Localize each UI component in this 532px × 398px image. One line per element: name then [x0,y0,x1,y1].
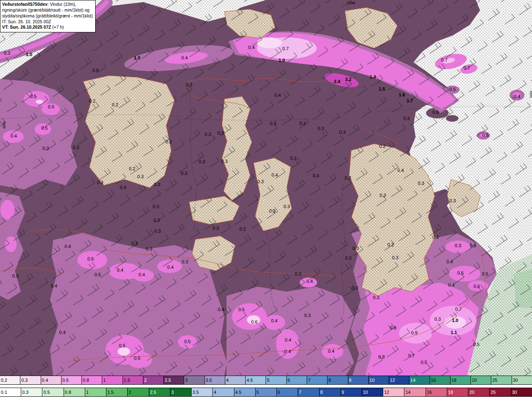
colorbar-value: 2.5 [150,390,156,395]
colorbar-value: 20 [469,390,474,395]
colorbar-segment: 1 [102,376,122,384]
colorbar-segment: 30 [512,376,532,384]
colorbar-value: 18 [451,378,456,383]
colorbar-value: 2.5 [165,378,171,383]
colorbar-segment: 1.5 [106,388,127,396]
colorbar-value: 1.5 [107,390,113,395]
model-run-infobox: Veðurstofan/IS750dev: Vindur (10m), rign… [0,0,96,32]
colorbar-segment: 16 [426,388,447,396]
colorbar-value: 14 [405,390,410,395]
colorbar-segment: 4 [225,376,245,384]
colorbar-segment: 18 [450,376,470,384]
colorbar-value: 25 [492,378,497,383]
colorbar-segment: 2.5 [149,388,170,396]
colorbar-value: 3 [171,390,174,395]
colorbar-value: 30 [513,378,518,383]
infobox-line-init-time: IT: Sun. 26. 10. 2025 00Z [2,19,93,25]
colorbar-value: 0.5 [62,378,69,383]
wind-barbs-layer [0,0,532,376]
colorbar-value: 0.8 [83,378,89,383]
colorbar-value: 12 [384,390,389,395]
colorbar-value: 4 [226,378,229,383]
snow-scale-colorbar: 0.20.30.40.50.811.522.533.544.5567891012… [0,376,532,385]
colorbar-segment: 2.5 [163,376,184,384]
colorbar-value: 8 [320,390,323,395]
infobox-line-valid-time: VT: Sun. 26.10.2025 07Z (+7 h) [2,25,93,30]
colorbar-segment: 20 [470,376,491,384]
colorbar-value: 9 [349,378,352,383]
colorbar-value: 20 [472,378,477,383]
colorbar-segment: 0.2 [0,376,20,384]
colorbar-value: 6 [288,378,290,383]
colorbar-segment: 4.5 [234,388,255,396]
colorbar-segment: 0.8 [64,388,85,396]
colorbar-value: 10 [363,390,368,395]
colorbar-segment: 0.5 [42,388,63,396]
colorbar-segment: 18 [447,388,468,396]
colorbar-value: 18 [448,390,453,395]
colorbar-segment: 14 [404,388,425,396]
colorbar-segment: 25 [489,388,510,396]
colorbar-segment: 16 [430,376,450,384]
colorbar-segment: 14 [409,376,429,384]
colorbar-segment: 4.5 [245,376,266,384]
colorbar-segment: 30 [511,388,532,396]
colorbar-value: 0.3 [22,390,28,395]
rain-scale-colorbar: 0.10.30.50.811.522.533.544.5567891012141… [0,388,532,397]
colorbar-value: 30 [512,390,517,395]
colorbar-segment: 4 [212,388,234,396]
colorbar-value: 16 [431,378,436,383]
colorbar-value: 4.5 [246,378,253,383]
colorbar-segment: 7 [298,388,319,396]
colorbar-value: 0.3 [21,378,27,383]
colorbar-value: 0.1 [1,390,7,395]
colorbar-value: 0.4 [42,378,48,383]
colorbar-segment: 6 [276,388,298,396]
colorbar-value: 7 [308,378,310,383]
colorbar-value: 4 [214,390,216,395]
colorbar-segment: 9 [340,388,362,396]
infobox-line-snow: slydda/snjókoma (grátt/bleikt/grænt - mm… [2,13,93,19]
colorbar-segment: 6 [286,376,307,384]
colorbar-value: 1.5 [124,378,130,383]
colorbar-value: 4.5 [235,390,241,395]
colorbar-segment: 12 [383,388,404,396]
colorbar-segment: 10 [362,388,383,396]
colorbar-value: 9 [342,390,344,395]
colorbar-value: 10 [369,378,374,383]
colorbar-value: 1 [86,390,89,395]
colorbar-segment: 3 [170,388,191,396]
colorbar-value: 0.5 [43,390,49,395]
colorbar-segment: 10 [368,376,389,384]
precipitation-field-svg [0,0,532,376]
colorbar-value: 3 [185,378,187,383]
colorbar-segment: 0.3 [20,376,40,384]
colorbar-segment: 3.5 [204,376,225,384]
colorbar-value: 25 [490,390,495,395]
colorbar-segment: 3.5 [191,388,212,396]
colorbar-value: 5 [267,378,269,383]
colorbar-segment: 8 [327,376,347,384]
colorbar-segment: 20 [468,388,489,396]
colorbar-value: 8 [328,378,331,383]
colorbar-value: 16 [427,390,432,395]
colorbar-segment: 0.8 [81,376,102,384]
colorbar-segment: 1.5 [123,376,143,384]
colorbar-value: 14 [410,378,415,383]
colorbar-segment: 2 [127,388,148,396]
colorbar-segment: 0.5 [61,376,81,384]
colorbar-segment: 2 [143,376,163,384]
infobox-line-title: Veðurstofan/IS750dev: Vindur (10m), [2,2,93,7]
colorbar-segment: 0.3 [21,388,42,396]
colorbar-value: 0.8 [65,390,71,395]
colorbar-segment: 3 [184,376,204,384]
colorbar-value: 7 [299,390,301,395]
colorbar-segment: 7 [307,376,327,384]
colorbar-segment: 0.1 [0,388,21,396]
colorbar-segment: 0.4 [41,376,61,384]
colorbar-value: 2 [128,390,131,395]
colorbar-segment: 25 [491,376,511,384]
colorbar-segment: 9 [348,376,368,384]
colorbar-value: 2 [144,378,147,383]
colorbar-value: 1 [103,378,106,383]
